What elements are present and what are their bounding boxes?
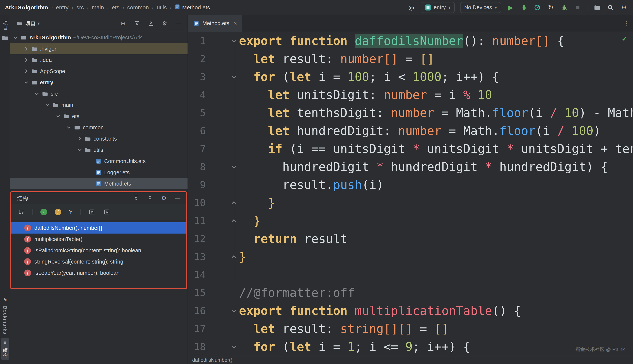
panel-settings-icon[interactable]: ⚙: [160, 194, 168, 202]
line-number[interactable]: 14: [188, 266, 206, 284]
code-line[interactable]: 7 if (i == unitsDigit * unitsDigit * uni…: [188, 140, 633, 158]
fold-open-icon[interactable]: [229, 302, 238, 320]
chevron-down-icon[interactable]: [33, 90, 41, 98]
line-number[interactable]: 16: [188, 302, 206, 320]
chevron-right-icon[interactable]: [22, 67, 30, 75]
hide-panel-icon[interactable]: —: [174, 194, 181, 202]
chevron-down-icon[interactable]: [54, 112, 62, 120]
line-number[interactable]: 1: [188, 32, 206, 50]
fold-open-icon[interactable]: [229, 32, 238, 50]
line-number[interactable]: 7: [188, 140, 206, 158]
line-number[interactable]: 12: [188, 230, 206, 248]
fold-end-icon[interactable]: [229, 194, 238, 212]
chevron-down-icon[interactable]: [76, 146, 84, 154]
code-line[interactable]: 3 for (let i = 100; i < 1000; i++) {: [188, 68, 633, 86]
expand-all-icon[interactable]: [133, 20, 141, 27]
tool-structure[interactable]: ≡ 结构: [1, 338, 9, 360]
tree-item[interactable]: .idea: [10, 54, 187, 66]
code-line[interactable]: 1export function daffodilsNumber(): numb…: [188, 32, 633, 50]
breadcrumb-item[interactable]: ets: [112, 4, 119, 11]
breadcrumb-item[interactable]: Method.ets: [175, 4, 210, 11]
chevron-right-icon[interactable]: [22, 44, 30, 53]
fold-end-icon[interactable]: [229, 212, 238, 230]
code-line[interactable]: 10 }: [188, 194, 633, 212]
expand-all-icon[interactable]: [132, 194, 140, 202]
chevron-right-icon[interactable]: [76, 134, 84, 143]
breadcrumb-item[interactable]: ArkTSAlgorithm: [5, 4, 48, 11]
chevron-down-icon[interactable]: [65, 123, 73, 132]
code-line[interactable]: 4 let unitsDigit: number = i % 10: [188, 86, 633, 104]
code-line[interactable]: 6 let hundredDigit: number = Math.floor(…: [188, 122, 633, 140]
profiler-button[interactable]: [534, 4, 541, 11]
show-inherited-icon[interactable]: i: [40, 208, 47, 215]
structure-item[interactable]: fisPalindromicString(content: string): b…: [11, 245, 186, 256]
project-panel-title[interactable]: 项目: [25, 20, 36, 27]
collapse-all-icon[interactable]: [146, 194, 154, 202]
rerun-button[interactable]: ↻: [547, 4, 555, 11]
line-number[interactable]: 6: [188, 122, 206, 140]
editor-breadcrumb[interactable]: daffodilsNumber(): [192, 357, 232, 363]
tree-item[interactable]: Method.ets: [10, 178, 187, 189]
line-number[interactable]: 18: [188, 338, 206, 356]
debug-button[interactable]: [520, 4, 528, 11]
line-number[interactable]: 3: [188, 68, 206, 86]
line-number[interactable]: 17: [188, 320, 206, 338]
code-line[interactable]: 14: [188, 266, 633, 284]
tool-project-label[interactable]: 项目: [2, 20, 9, 31]
code-line[interactable]: 15//@formatter:off: [188, 284, 633, 302]
line-number[interactable]: 13: [188, 248, 206, 266]
sort-alphabetically-icon[interactable]: [18, 208, 25, 216]
breadcrumb-item[interactable]: src: [76, 4, 84, 11]
chevron-right-icon[interactable]: [22, 56, 30, 64]
fold-end-icon[interactable]: [229, 248, 238, 266]
line-number[interactable]: 8: [188, 158, 206, 176]
device-select[interactable]: No Devices ▾: [460, 2, 501, 13]
chevron-down-icon[interactable]: ▾: [38, 21, 40, 26]
code-line[interactable]: 18 for (let i = 1; i <= 9; i++) {: [188, 338, 633, 356]
tree-item[interactable]: src: [10, 88, 187, 99]
code-line[interactable]: 16export function multiplicationTable() …: [188, 302, 633, 320]
code-line[interactable]: 13}: [188, 248, 633, 266]
breadcrumb-item[interactable]: entry: [56, 4, 69, 11]
inspection-check-icon[interactable]: ✔: [622, 35, 627, 43]
chevron-down-icon[interactable]: [43, 101, 52, 109]
tree-item[interactable]: Logger.ets: [10, 167, 187, 178]
stop-button[interactable]: ■: [574, 4, 582, 11]
code-line[interactable]: 8 hundredDigit * hundredDigit * hundredD…: [188, 158, 633, 176]
line-number[interactable]: 9: [188, 176, 206, 194]
autoscroll-to-source-icon[interactable]: [88, 208, 96, 216]
chevron-down-icon[interactable]: [11, 33, 20, 42]
structure-item[interactable]: fstringReversal(content: string): string: [11, 256, 186, 267]
breadcrumb-item[interactable]: common: [127, 4, 149, 11]
line-number[interactable]: 4: [188, 86, 206, 104]
project-tool-icon[interactable]: [1, 34, 9, 42]
structure-item[interactable]: fdaffodilsNumber(): number[]: [11, 222, 186, 234]
code-line[interactable]: 2 let result: number[] = []: [188, 50, 633, 68]
chevron-down-icon[interactable]: [22, 78, 30, 86]
line-number[interactable]: 15: [188, 284, 206, 302]
code-line[interactable]: 5 let tenthsDigit: number = Math.floor(i…: [188, 104, 633, 122]
tree-item[interactable]: ets: [10, 110, 187, 122]
tree-item[interactable]: common: [10, 122, 187, 133]
close-icon[interactable]: ×: [233, 20, 237, 27]
code-line[interactable]: 17 let result: string[][] = []: [188, 320, 633, 338]
run-button[interactable]: ▶: [507, 4, 515, 11]
collapse-all-icon[interactable]: [147, 20, 154, 27]
breadcrumb-item[interactable]: utils: [157, 4, 167, 11]
code-line[interactable]: 11 }: [188, 212, 633, 230]
fold-open-icon[interactable]: [229, 68, 238, 86]
group-methods-icon[interactable]: Y: [69, 209, 73, 215]
search-button[interactable]: [607, 4, 614, 11]
tree-item[interactable]: main: [10, 99, 187, 110]
code-area[interactable]: 1export function daffodilsNumber(): numb…: [188, 32, 633, 356]
tree-item[interactable]: utils: [10, 144, 187, 156]
line-number[interactable]: 5: [188, 104, 206, 122]
structure-item[interactable]: fmultiplicationTable(): [11, 234, 186, 245]
autoscroll-from-source-icon[interactable]: [103, 208, 111, 216]
code-line[interactable]: 12 return result: [188, 230, 633, 248]
line-number[interactable]: 11: [188, 212, 206, 230]
tool-bookmarks[interactable]: Bookmarks: [2, 306, 8, 334]
fold-open-icon[interactable]: [229, 338, 238, 356]
target-icon[interactable]: ◎: [407, 4, 415, 11]
tree-item[interactable]: CommonUtils.ets: [10, 156, 187, 167]
